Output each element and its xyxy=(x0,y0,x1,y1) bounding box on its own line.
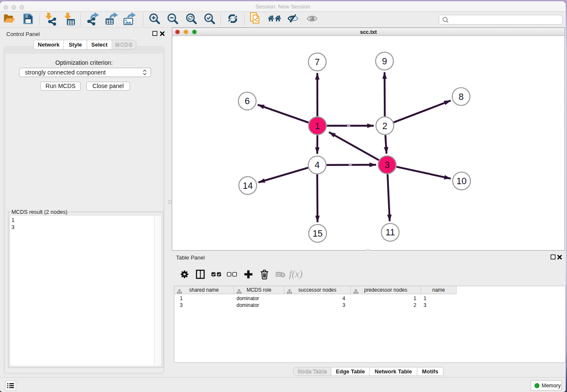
svg-text:2: 2 xyxy=(383,121,388,131)
svg-text:6: 6 xyxy=(245,96,250,106)
svg-text:10: 10 xyxy=(457,176,467,186)
svg-text:14: 14 xyxy=(243,181,253,191)
svg-text:4: 4 xyxy=(315,160,320,170)
svg-text:3: 3 xyxy=(385,160,390,170)
svg-text:11: 11 xyxy=(385,227,395,237)
svg-text:9: 9 xyxy=(382,56,387,66)
svg-text:15: 15 xyxy=(313,229,323,239)
svg-text:1: 1 xyxy=(315,121,320,131)
svg-text:8: 8 xyxy=(459,92,464,102)
svg-text:7: 7 xyxy=(315,57,320,67)
svg-text:f(x): f(x) xyxy=(289,269,303,279)
